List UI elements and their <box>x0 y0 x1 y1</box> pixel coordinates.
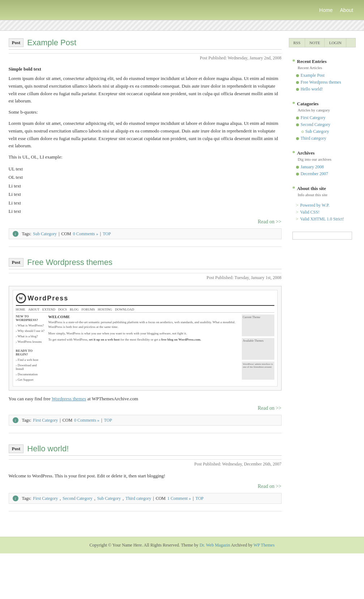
recent-article-link[interactable]: Example Post <box>301 73 325 78</box>
description-text-before: You can easy find free <box>9 396 51 401</box>
sidebar-tabs: RSS NOTE LOGIN <box>289 38 355 47</box>
tags-label-3: Tags: <box>22 496 31 501</box>
post-tags-wordpress: i Tags: First Category | COM 0 Comments … <box>9 415 282 426</box>
sidebar-tabs-box: RSS NOTE LOGIN <box>289 38 356 47</box>
wp-description-2: More simply, WordPress is what you use w… <box>48 331 238 336</box>
tab-note[interactable]: NOTE <box>305 38 325 47</box>
tag-link-subcategory[interactable]: Sub Category <box>33 231 57 237</box>
tag-link-fc[interactable]: First Category <box>33 496 58 501</box>
comma: , <box>94 496 95 501</box>
post-list: UL text OL text Li text Li text Li text … <box>9 165 282 215</box>
sidebar-search <box>289 230 356 243</box>
sidebar-recent-entries: * Recent Entries Recent Articles Example… <box>289 55 356 97</box>
wp-screenshot: W WordPress HOME ABOUT EXTEND DOCS BLOG … <box>9 286 282 391</box>
read-on-link[interactable]: Read on >> <box>258 219 282 224</box>
list-item: Hello world! <box>296 87 352 92</box>
nav-home[interactable]: Home <box>319 7 333 13</box>
sidebar-about: * About this site Info about this site >… <box>289 182 356 230</box>
recent-entries-title: * Recent Entries <box>292 58 352 65</box>
recent-article-link[interactable]: Hello world! <box>301 87 323 92</box>
tag-link-sub[interactable]: Sub Category <box>97 496 121 501</box>
com-label: COM <box>61 231 71 237</box>
about-links: > Powered by W.P. > Valid CSS! > Valid X… <box>292 200 352 226</box>
post-paragraph-3: Lorem ipsum dolor sit amet, consectetur … <box>9 120 282 150</box>
about-link-item: > Valid CSS! <box>296 210 348 215</box>
info-icon-2: i <box>13 417 18 423</box>
post-date: Post Published: Wednesday, January 2nd, … <box>9 53 282 61</box>
post-date-3: Post Published: Wednesday, December 26th… <box>9 459 282 467</box>
arrow-icon: > <box>296 216 299 222</box>
post-paragraph-hello: Welcome to WordPress. This is your first… <box>9 472 282 480</box>
tab-rss[interactable]: RSS <box>289 38 305 47</box>
post-label-3: Post <box>9 444 24 453</box>
recent-article-link[interactable]: Free Wordpress themes <box>301 80 341 85</box>
category-link[interactable]: First Category <box>301 115 326 121</box>
wp-sidebar-link: › Documentation <box>16 372 45 376</box>
list-item: Li text <box>9 207 282 215</box>
footer: Copyright © Your Name Here. All Rights R… <box>0 537 364 553</box>
wp-themes-link[interactable]: Wordpress themes <box>52 396 86 401</box>
wp-logo-area: W WordPress <box>16 293 274 306</box>
bullet-icon <box>296 173 299 176</box>
top-link-2[interactable]: TOP <box>104 418 112 423</box>
tag-link-firstcategory[interactable]: First Category <box>33 418 58 423</box>
post-header-2: Post Free Wordpress themes <box>9 258 282 267</box>
post-title-wordpress[interactable]: Free Wordpress themes <box>27 258 112 267</box>
wp-sidebar-left: NEW TO WORDPRESS? › What is WordPress? ›… <box>16 315 45 383</box>
sub-category-link[interactable]: Sub Category <box>305 129 329 134</box>
nav-about[interactable]: About <box>340 7 353 13</box>
comments-link-2[interactable]: 0 Comments » <box>74 418 99 423</box>
about-link[interactable]: Valid CSS! <box>300 210 320 215</box>
top-link-3[interactable]: TOP <box>196 496 204 501</box>
tag-link-third[interactable]: Third category <box>125 496 151 501</box>
post-content-heading: Simple bold text <box>9 66 282 72</box>
post-tags-example: i Tags: Sub Category | COM 0 Comments » … <box>9 228 282 239</box>
category-link[interactable]: Second Category <box>301 122 330 127</box>
about-link[interactable]: Valid XHTML 1.0 Strict! <box>300 216 344 222</box>
top-link[interactable]: TOP <box>103 231 111 237</box>
tag-link-sc[interactable]: Second Category <box>63 496 92 501</box>
list-item: January 2008 <box>296 164 352 170</box>
list-item: First Category <box>296 115 352 121</box>
list-item-sub: Sub Category <box>296 129 352 134</box>
post-description: You can easy find free Wordpress themes … <box>9 396 282 402</box>
wp-body: NEW TO WORDPRESS? › What is WordPress? ›… <box>16 315 274 383</box>
wp-screenshot-inner: W WordPress HOME ABOUT EXTEND DOCS BLOG … <box>13 290 278 387</box>
footer-link-1[interactable]: Dr. Web Magazin <box>200 543 230 548</box>
about-link-item: > Valid XHTML 1.0 Strict! <box>296 216 348 222</box>
read-on-wordpress: Read on >> <box>9 405 282 411</box>
list-item: Li text <box>9 190 282 198</box>
about-link[interactable]: Powered by W.P. <box>300 203 329 208</box>
separator: | <box>153 496 154 501</box>
asterisk-icon: * <box>292 58 295 65</box>
read-on-link-3[interactable]: Read on >> <box>258 484 282 489</box>
tab-login[interactable]: LOGIN <box>325 38 346 47</box>
wp-theme-preview: Current Theme <box>242 315 274 336</box>
archive-link[interactable]: January 2008 <box>301 164 324 170</box>
wp-sidebar-heading: NEW TO WORDPRESS? <box>16 315 45 322</box>
comments-link[interactable]: 0 Comments » <box>73 231 98 237</box>
post-content-3: Welcome to WordPress. This is your first… <box>9 472 282 480</box>
post-title-example[interactable]: Example Post <box>27 38 76 47</box>
post-title-hello[interactable]: Hello world! <box>27 444 69 454</box>
archive-link[interactable]: December 2007 <box>301 171 328 177</box>
wp-sidebar-link: › Get Support <box>16 378 45 381</box>
recent-articles-list: Example Post Free Wordpress themes Hello… <box>292 73 352 92</box>
read-on-example: Read on >> <box>9 219 282 225</box>
wp-nav-item: ABOUT <box>28 308 39 311</box>
top-nav: Home About <box>0 0 364 20</box>
bullet-icon <box>296 137 299 140</box>
list-item: UL text <box>9 165 282 173</box>
footer-link-2[interactable]: WP Themes <box>253 543 274 548</box>
search-input[interactable] <box>292 232 352 240</box>
post-free-wordpress: Post Free Wordpress themes Post Publishe… <box>9 258 282 433</box>
comma: , <box>60 496 61 501</box>
stripe-band <box>0 20 364 31</box>
category-link[interactable]: Third category <box>301 136 326 141</box>
content-area: Post Example Post Post Published: Wednes… <box>9 38 282 522</box>
comments-link-3[interactable]: 1 Comment » <box>167 496 191 501</box>
description-text-after: at WPThemesArchive.com <box>87 396 138 401</box>
bullet-icon <box>296 117 299 119</box>
read-on-link-2[interactable]: Read on >> <box>258 405 282 411</box>
archives-label: Archives <box>297 150 315 156</box>
